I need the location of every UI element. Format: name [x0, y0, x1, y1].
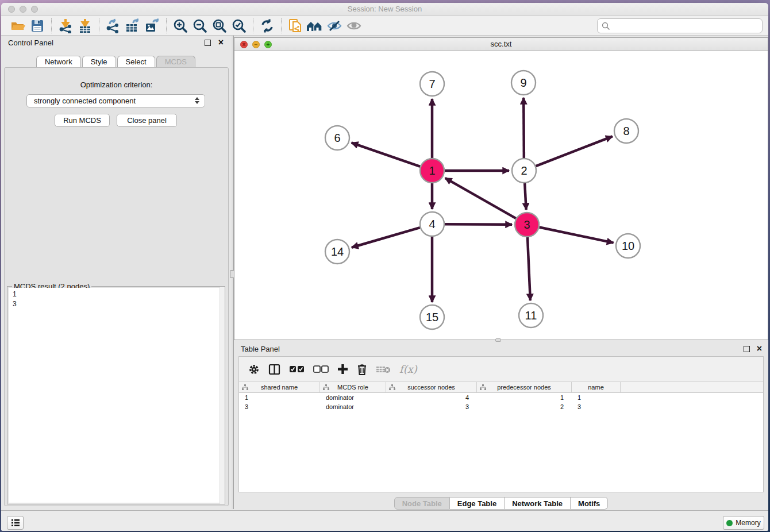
network-canvas[interactable]: 1234678910111415 [234, 51, 768, 340]
tab-edge-table[interactable]: Edge Table [450, 497, 505, 510]
table-cell[interactable]: 1 [239, 393, 320, 402]
memory-button[interactable]: Memory [723, 516, 764, 530]
app-window: Session: New Session [1, 3, 768, 531]
edge-3-11[interactable] [528, 237, 530, 300]
edge-4-3[interactable] [445, 224, 512, 225]
run-mcds-button[interactable]: Run MCDS [55, 114, 110, 127]
table-cell[interactable]: 4 [386, 393, 477, 402]
save-session-button[interactable] [28, 17, 47, 34]
apply-layout-button[interactable] [257, 17, 277, 34]
close-panel-icon[interactable]: × [218, 37, 224, 48]
first-neighbors-button[interactable] [305, 17, 325, 34]
column-type-icon [242, 384, 248, 391]
edge-2-8[interactable] [536, 136, 613, 166]
optimization-criterion-select[interactable]: strongly connected component [26, 94, 205, 107]
column-header-successor-nodes[interactable]: successor nodes [386, 382, 477, 393]
float-panel-icon[interactable] [205, 40, 211, 46]
table-settings-button[interactable] [248, 364, 260, 375]
network-window-titlebar: × − + scc.txt [234, 38, 768, 51]
add-row-button[interactable] [337, 364, 348, 375]
gear-icon [248, 364, 260, 375]
table-cell[interactable]: 3 [572, 402, 621, 411]
mcds-result-text[interactable]: 13 [9, 288, 224, 503]
import-table-icon [78, 18, 93, 33]
export-network-icon [105, 18, 121, 33]
table-header-row: shared nameMCDS rolesuccessor nodesprede… [239, 382, 763, 393]
table-panel: Table Panel × [234, 342, 768, 510]
tab-network-table[interactable]: Network Table [505, 497, 571, 510]
table-cell[interactable]: 1 [572, 393, 621, 402]
column-header-label: MCDS role [337, 384, 368, 391]
zoom-out-icon [192, 18, 207, 33]
zoom-selected-button[interactable] [229, 17, 249, 34]
tab-motifs[interactable]: Motifs [571, 497, 608, 510]
function-builder-button[interactable]: f(x) [399, 363, 417, 375]
close-panel-icon[interactable]: × [757, 343, 762, 354]
table-row[interactable]: 3dominator323 [239, 402, 763, 411]
zoom-out-button[interactable] [190, 17, 210, 34]
delete-table-button[interactable] [376, 365, 391, 374]
graph-node-label: 6 [334, 132, 340, 144]
close-panel-button[interactable]: Close panel [117, 114, 177, 127]
export-network-button[interactable] [103, 17, 123, 34]
float-panel-icon[interactable] [744, 346, 750, 352]
edge-3-10[interactable] [540, 228, 614, 243]
dropdown-value: strongly connected component [34, 97, 136, 105]
graph-node-label: 15 [426, 311, 438, 323]
network-graph[interactable]: 1234678910111415 [234, 51, 768, 340]
open-folder-icon [10, 19, 26, 33]
refresh-icon [260, 18, 275, 33]
show-all-button[interactable] [344, 17, 364, 34]
edge-1-6[interactable] [352, 142, 421, 166]
table-cell[interactable]: dominator [320, 393, 386, 402]
table-cell[interactable]: 3 [239, 402, 320, 411]
edge-4-14[interactable] [352, 228, 420, 248]
tab-select[interactable]: Select [117, 56, 155, 68]
search-icon [602, 22, 610, 30]
table-cell[interactable]: 2 [477, 402, 572, 411]
export-image-button[interactable] [143, 17, 162, 34]
column-header-predecessor-nodes[interactable]: predecessor nodes [477, 382, 572, 393]
zoom-fit-button[interactable] [210, 17, 229, 34]
column-header-name[interactable]: name [572, 382, 621, 393]
select-all-rows-button[interactable] [289, 365, 305, 373]
show-panel-list-button[interactable] [7, 516, 24, 530]
mcds-result-box: MCDS result (2 nodes) 13 [7, 286, 225, 504]
table-cell[interactable]: 1 [477, 393, 572, 402]
hide-selected-button[interactable] [325, 17, 344, 34]
deselect-all-rows-button[interactable] [313, 365, 329, 373]
graph-node-label: 7 [429, 78, 435, 90]
table-cell[interactable]: 3 [386, 402, 477, 411]
edge-2-9[interactable] [523, 98, 524, 158]
toolbar-separator [51, 18, 52, 33]
table-rows: 1dominator4113dominator323 [239, 393, 763, 411]
search-input[interactable] [610, 20, 762, 32]
tab-mcds[interactable]: MCDS [156, 56, 195, 68]
tab-network[interactable]: Network [36, 56, 81, 68]
export-table-icon [125, 18, 141, 33]
memory-status-dot [726, 520, 733, 526]
clone-network-button[interactable] [286, 17, 305, 34]
tab-style[interactable]: Style [82, 56, 116, 68]
zoom-in-button[interactable] [171, 17, 190, 34]
column-header-shared-name[interactable]: shared name [239, 382, 320, 393]
graph-node-label: 4 [429, 218, 435, 230]
tab-node-table[interactable]: Node Table [394, 497, 450, 510]
import-table-button[interactable] [75, 17, 95, 34]
edge-2-3[interactable] [525, 183, 526, 210]
search-field[interactable] [597, 18, 763, 33]
export-table-button[interactable] [123, 17, 143, 34]
import-network-button[interactable] [56, 17, 75, 34]
open-session-button[interactable] [8, 17, 28, 34]
result-scrollbar[interactable] [220, 287, 225, 504]
column-header-MCDS-role[interactable]: MCDS role [320, 382, 386, 393]
zoom-in-icon [173, 18, 188, 33]
column-header-label: shared name [261, 384, 298, 391]
graph-node-label: 2 [521, 164, 527, 177]
edge-3-1[interactable] [445, 178, 516, 218]
show-columns-button[interactable] [268, 364, 280, 375]
table-row[interactable]: 1dominator411 [239, 393, 763, 402]
table-cell[interactable]: dominator [320, 402, 386, 411]
eye-slash-icon [326, 19, 342, 33]
delete-rows-button[interactable] [357, 364, 367, 375]
